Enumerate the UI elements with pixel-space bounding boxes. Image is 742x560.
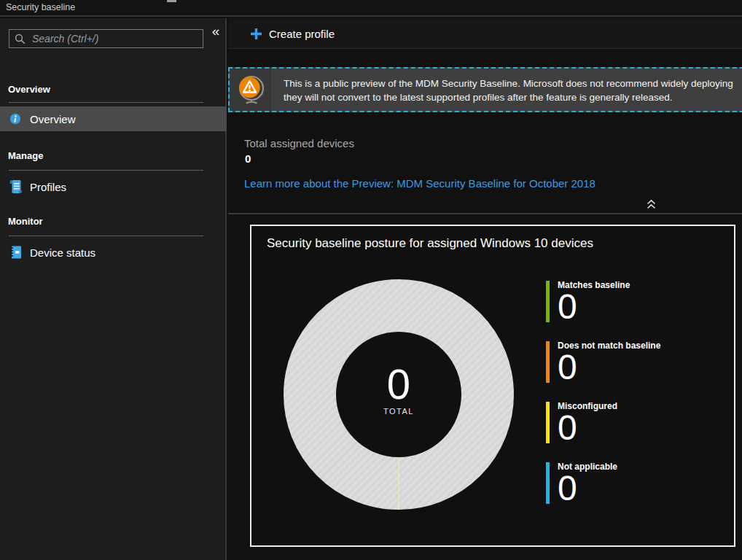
search-icon xyxy=(15,34,26,44)
section-header-overview: Overview xyxy=(8,84,50,95)
banner-line-2: they will not convert to the latest supp… xyxy=(284,90,733,104)
legend-value: 0 xyxy=(558,472,617,505)
donut-chart xyxy=(284,279,514,510)
plus-icon xyxy=(250,28,262,40)
sidebar-collapse-chevron[interactable]: « xyxy=(208,23,224,40)
legend-item-not-applicable: Not applicable 0 xyxy=(546,462,617,505)
section-header-monitor: Monitor xyxy=(8,216,43,227)
banner-text: This is a public preview of the MDM Secu… xyxy=(271,69,733,111)
section-divider xyxy=(9,102,203,103)
posture-chart-card: Security baseline posture for assigned W… xyxy=(250,225,735,547)
create-profile-button[interactable]: Create profile xyxy=(250,23,335,44)
blade-content: Create profile This is a public preview … xyxy=(228,18,742,560)
section-divider xyxy=(9,236,203,236)
breadcrumb: Security baseline xyxy=(6,2,75,12)
legend-color-bar xyxy=(546,462,550,504)
preview-warning-banner: This is a public preview of the MDM Secu… xyxy=(228,67,742,112)
legend-value: 0 xyxy=(558,412,617,444)
total-assigned-devices-value: 0 xyxy=(245,152,251,165)
security-baseline-screen: Security baseline « Overview Overview xyxy=(0,0,742,560)
legend-color-bar xyxy=(546,281,550,322)
chart-title: Security baseline posture for assigned W… xyxy=(267,236,593,251)
sidebar-item-label: Profiles xyxy=(30,181,66,193)
blade-sidebar: « Overview Overview Manage xyxy=(0,18,227,560)
legend-value: 0 xyxy=(558,351,660,384)
info-icon xyxy=(9,112,22,126)
collapse-section-chevron-up-icon[interactable] xyxy=(644,198,657,211)
sidebar-item-label: Overview xyxy=(30,113,76,125)
horizontal-divider xyxy=(228,213,742,214)
device-status-notebook-icon xyxy=(9,245,22,260)
banner-line-1: This is a public preview of the MDM Secu… xyxy=(284,77,733,90)
section-header-manage: Manage xyxy=(8,150,43,161)
learn-more-link[interactable]: Learn more about the Preview: MDM Securi… xyxy=(244,177,595,190)
sidebar-item-label: Device status xyxy=(30,246,95,259)
section-divider xyxy=(9,170,203,171)
legend-item-matches-baseline: Matches baseline 0 xyxy=(546,281,630,323)
sidebar-item-profiles[interactable]: Profiles xyxy=(0,174,227,199)
search-input[interactable] xyxy=(32,33,198,44)
warning-globe-icon xyxy=(230,69,271,111)
sidebar-item-overview[interactable]: Overview xyxy=(0,106,227,131)
total-assigned-devices-label: Total assigned devices xyxy=(244,137,354,149)
legend-item-misconfigured: Misconfigured 0 xyxy=(546,402,617,444)
top-breadcrumb-bar: Security baseline xyxy=(0,0,742,17)
legend-item-does-not-match: Does not match baseline 0 xyxy=(546,341,660,384)
cropped-title-fragment xyxy=(167,0,176,2)
create-profile-label: Create profile xyxy=(269,28,335,40)
sidebar-item-device-status[interactable]: Device status xyxy=(0,240,227,265)
command-bar: Create profile xyxy=(228,18,742,49)
profiles-scroll-icon xyxy=(9,179,22,194)
search-box[interactable] xyxy=(9,29,203,48)
legend-value: 0 xyxy=(558,291,630,323)
legend-color-bar xyxy=(546,341,550,383)
legend-color-bar xyxy=(546,402,550,443)
